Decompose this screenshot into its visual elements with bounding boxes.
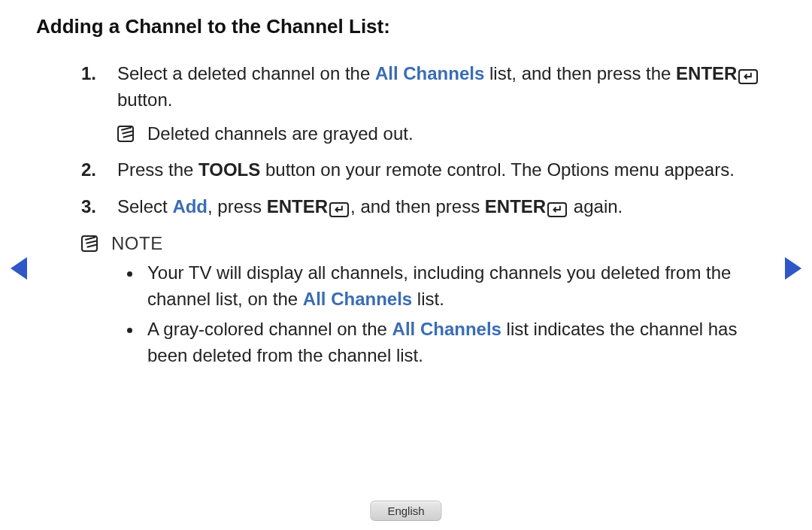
note-icon-wrap — [81, 231, 111, 374]
note-bullet-2: A gray-colored channel on the All Channe… — [143, 316, 768, 369]
note-bullet-1: Your TV will display all channels, inclu… — [143, 260, 768, 313]
all-channels-link: All Channels — [375, 63, 484, 83]
nav-next-arrow[interactable] — [785, 257, 801, 280]
text: , and then press — [350, 196, 485, 217]
text: Press the — [117, 159, 198, 180]
text: list. — [412, 289, 444, 309]
text: , press — [208, 196, 267, 217]
enter-label: ENTER — [267, 196, 328, 217]
step-subnote: Deleted channels are grayed out. — [117, 121, 768, 147]
text: Select a deleted channel on the — [117, 63, 375, 83]
step-number: 2. — [81, 157, 117, 183]
nav-prev-arrow[interactable] — [11, 257, 27, 280]
enter-icon: ↵ — [329, 202, 349, 217]
text: A gray-colored channel on the — [147, 319, 392, 339]
step-number: 3. — [81, 194, 117, 220]
text: again. — [568, 196, 623, 217]
note-icon — [81, 235, 98, 252]
text: Deleted channels are grayed out. — [147, 121, 414, 147]
text: button. — [117, 89, 172, 110]
step-body: Select a deleted channel on the All Chan… — [117, 61, 768, 147]
language-pill[interactable]: English — [370, 501, 441, 521]
all-channels-link: All Channels — [392, 319, 501, 339]
text: Select — [117, 196, 172, 217]
enter-icon: ↵ — [738, 69, 758, 84]
step-number: 1. — [81, 61, 117, 147]
step-2: 2. Press the TOOLS button on your remote… — [81, 157, 768, 183]
page-content: 1. Select a deleted channel on the All C… — [36, 61, 776, 374]
note-icon — [117, 126, 134, 142]
note-label: NOTE — [111, 231, 768, 257]
text: list, and then press the — [484, 63, 676, 83]
all-channels-link: All Channels — [303, 289, 412, 309]
enter-label: ENTER — [485, 196, 546, 217]
page-title: Adding a Channel to the Channel List: — [36, 15, 776, 38]
note-bullets: Your TV will display all channels, inclu… — [111, 260, 768, 369]
step-body: Select Add, press ENTER↵, and then press… — [117, 194, 768, 220]
step-1: 1. Select a deleted channel on the All C… — [81, 61, 768, 147]
text: button on your remote control. The Optio… — [260, 159, 735, 180]
tools-label: TOOLS — [198, 159, 260, 180]
step-3: 3. Select Add, press ENTER↵, and then pr… — [81, 194, 768, 220]
manual-page: Adding a Channel to the Channel List: 1.… — [0, 0, 812, 530]
note-icon-wrap — [117, 121, 147, 147]
note-block: NOTE Your TV will display all channels, … — [81, 231, 768, 374]
step-body: Press the TOOLS button on your remote co… — [117, 157, 768, 183]
enter-icon: ↵ — [547, 202, 567, 217]
add-link: Add — [172, 196, 208, 217]
enter-label: ENTER — [676, 63, 737, 83]
